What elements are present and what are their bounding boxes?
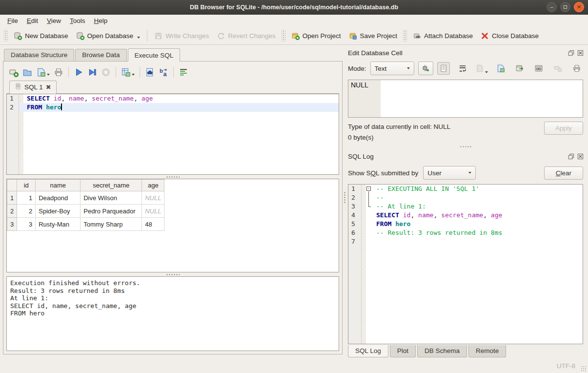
close-database-button[interactable]: Close Database	[477, 29, 543, 42]
save-as-button[interactable]	[494, 62, 507, 75]
row-header[interactable]: 3	[7, 218, 17, 231]
resize-grip[interactable]	[581, 366, 587, 372]
row-header[interactable]: 1	[7, 191, 17, 205]
sql-log-view[interactable]: 1--- EXECUTING ALL IN 'SQL 1'2--3-- At l…	[348, 184, 583, 344]
save-sql-file-button[interactable]	[35, 66, 51, 79]
results-messages-splitter[interactable]	[6, 272, 339, 276]
open-sql-file-button[interactable]	[21, 66, 34, 79]
toolbar-handle[interactable]	[282, 30, 285, 41]
minimize-icon[interactable]: –	[547, 2, 557, 12]
tab-database-structure[interactable]: Database Structure	[4, 49, 74, 61]
menu-file[interactable]: File	[3, 16, 22, 26]
print-button[interactable]	[52, 66, 65, 79]
open-database-button[interactable]: Open Database	[72, 29, 144, 42]
toolbar-handle[interactable]	[403, 30, 407, 41]
editor-results-splitter[interactable]	[6, 175, 339, 179]
open-in-browser-icon	[534, 64, 543, 73]
cell-id[interactable]: 3	[17, 218, 36, 231]
float-panel-icon[interactable]	[568, 153, 575, 160]
execute-line-button[interactable]	[86, 66, 99, 79]
close-icon[interactable]: ✕	[574, 2, 584, 12]
cell-age[interactable]: NULL	[142, 205, 164, 218]
maximize-icon[interactable]	[560, 2, 570, 12]
row-header[interactable]: 2	[7, 205, 17, 218]
toolbar-separator	[173, 67, 174, 78]
line-number: 4	[348, 211, 362, 220]
cell-name[interactable]: Rusty-Man	[36, 218, 81, 231]
set-null-button[interactable]	[551, 62, 564, 75]
column-header-id[interactable]: id	[17, 180, 36, 191]
close-panel-icon[interactable]	[577, 153, 584, 160]
word-wrap-button[interactable]	[456, 62, 469, 75]
line-number: 7	[348, 237, 362, 246]
cell-secret_name[interactable]: Pedro Parqueador	[81, 205, 142, 218]
stop-button[interactable]	[100, 66, 112, 79]
main-splitter[interactable]	[343, 45, 347, 359]
text-cursor	[61, 104, 62, 110]
menu-help[interactable]: Help	[90, 16, 112, 26]
code-text	[373, 237, 583, 246]
open-in-browser-button[interactable]	[532, 62, 545, 75]
sql-editor[interactable]: 1SELECT id, name, secret_name, age2FROM …	[6, 94, 339, 175]
export-button[interactable]	[513, 62, 526, 75]
menu-view[interactable]: View	[42, 16, 65, 26]
print-cell-button[interactable]	[570, 62, 583, 75]
cell-name[interactable]: Deadpond	[36, 191, 81, 205]
find-button[interactable]	[143, 66, 156, 79]
auto-switch-mode-button[interactable]	[418, 62, 433, 75]
toolbar-handle[interactable]	[4, 30, 8, 41]
text-view-button[interactable]	[437, 62, 450, 75]
tab-browse-data[interactable]: Browse Data	[75, 49, 126, 61]
format-sql-button[interactable]	[177, 66, 190, 79]
close-sql-tab-icon[interactable]: ✖	[46, 83, 51, 91]
main-tab-bar: Database StructureBrowse DataExecute SQL	[3, 48, 343, 61]
execute-sql-pane: ba SQL 1 ✖ 1SELECT id, name, secret_name…	[3, 61, 343, 354]
open-database-icon	[76, 32, 84, 40]
cell-editor[interactable]: NULL	[348, 80, 583, 118]
write-changes-button[interactable]: Write Changes	[150, 29, 213, 42]
revert-changes-button[interactable]: Revert Changes	[213, 29, 280, 42]
revert-changes-icon	[217, 32, 225, 40]
gutter	[7, 112, 19, 174]
fold-toggle-icon[interactable]: -	[366, 185, 373, 193]
dock-splitter[interactable]	[347, 144, 584, 150]
cell-age[interactable]: 48	[142, 218, 164, 231]
open-project-button[interactable]: Open Project	[287, 29, 345, 42]
cell-age[interactable]: NULL	[142, 191, 164, 205]
dock-tab-sql-log[interactable]: SQL Log	[348, 345, 388, 357]
dock-tab-db-schema[interactable]: DB Schema	[417, 345, 467, 357]
clear-log-button[interactable]: Clear	[544, 166, 583, 180]
submitted-by-select[interactable]: User	[423, 166, 476, 180]
import-button[interactable]	[475, 62, 488, 75]
tab-execute-sql[interactable]: Execute SQL	[128, 48, 181, 62]
dock-tab-remote[interactable]: Remote	[468, 345, 506, 357]
sql-tab[interactable]: SQL 1 ✖	[9, 81, 57, 94]
menu-edit[interactable]: Edit	[22, 16, 42, 26]
cell-secret_name[interactable]: Tommy Sharp	[81, 218, 142, 231]
window-controls: – ✕	[547, 2, 584, 12]
dock-tab-plot[interactable]: Plot	[390, 345, 416, 357]
save-results-button[interactable]	[120, 66, 136, 79]
float-panel-icon[interactable]	[568, 49, 575, 57]
close-panel-icon[interactable]	[577, 49, 584, 57]
cell-id[interactable]: 1	[17, 191, 36, 205]
new-sql-tab-button[interactable]	[7, 66, 20, 79]
close-database-icon	[481, 32, 489, 40]
corner-header[interactable]	[7, 180, 17, 191]
menu-tools[interactable]: Tools	[65, 16, 90, 26]
column-header-age[interactable]: age	[142, 180, 164, 191]
stop-icon	[101, 67, 111, 77]
apply-button[interactable]: Apply	[544, 122, 583, 135]
cell-value: NULL	[348, 80, 381, 117]
cell-name[interactable]: Spider-Boy	[36, 205, 81, 218]
attach-database-button[interactable]: Attach Database	[409, 29, 477, 42]
cell-id[interactable]: 2	[17, 205, 36, 218]
cell-secret_name[interactable]: Dive Wilson	[81, 191, 142, 205]
mode-select[interactable]: Text	[370, 62, 414, 75]
new-database-button[interactable]: New Database	[10, 29, 72, 42]
column-header-name[interactable]: name	[36, 180, 81, 191]
save-project-button[interactable]: Save Project	[345, 29, 402, 42]
column-header-secret_name[interactable]: secret_name	[81, 180, 142, 191]
find-replace-button[interactable]: ba	[157, 66, 170, 79]
execute-all-button[interactable]	[72, 66, 85, 79]
